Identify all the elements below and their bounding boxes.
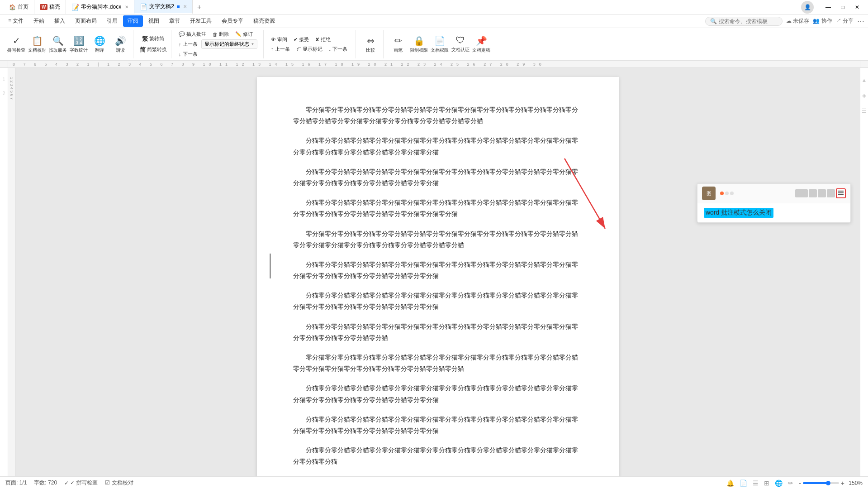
document-canvas[interactable]: 零分猫零分零分猫零分猫零分零分猫零分猫零分零分猫零分猫零分零分猫零分猫零分猫零分… — [15, 68, 860, 476]
ribbon-jianti[interactable]: 简 简繁转换 — [137, 45, 170, 55]
svg-rect-3 — [838, 192, 844, 193]
document-page: 零分猫零分零分猫零分猫零分零分猫零分猫零分零分猫零分猫零分零分猫零分猫零分猫零分… — [257, 77, 619, 476]
wps-icon: W — [40, 4, 47, 10]
ribbon-delete[interactable]: 🗑 删除 — [210, 30, 232, 38]
spell-check-icon: ✓ — [64, 480, 69, 486]
right-sidebar-icon-1: ▲ — [862, 77, 867, 83]
toolbar-btn-2[interactable] — [809, 189, 817, 197]
ribbon-doc-perm[interactable]: 📄 文档权限 — [430, 32, 450, 57]
spellcheck-label: 拼写检查 — [7, 47, 25, 53]
ribbon-next-comment[interactable]: ↓ 下一条 — [176, 50, 200, 58]
page-info: 页面: 1/1 — [5, 479, 27, 487]
prev-track-icon: ↑ — [271, 46, 274, 52]
user-avatar[interactable]: 👤 — [801, 1, 814, 14]
share-button[interactable]: ↗ 分享 — [836, 17, 854, 25]
zoom-plus-button[interactable]: + — [841, 479, 844, 487]
menu-insert[interactable]: 插入 — [50, 15, 70, 27]
modify-icon: ✏️ — [235, 31, 242, 37]
ribbon-reject[interactable]: ✘ 拒绝 — [313, 35, 333, 44]
tab-doc2[interactable]: 📄 文字文稿2 ✕ — [134, 0, 193, 14]
dropdown-arrow-icon: ▼ — [251, 42, 255, 46]
minimize-button[interactable]: — — [821, 0, 835, 14]
right-sidebar: ▲ ◈ ☰ — [860, 68, 868, 476]
menu-chapter[interactable]: 章节 — [165, 15, 185, 27]
menu-resource[interactable]: 稿壳资源 — [249, 15, 280, 27]
ribbon-next-track[interactable]: ↓ 下一条 — [326, 45, 351, 53]
tab-add-button[interactable]: + — [193, 3, 206, 11]
pen-icon: ✏ — [394, 35, 402, 46]
tab-docx-close[interactable]: ✕ — [125, 5, 128, 10]
svg-rect-2 — [838, 191, 844, 192]
ribbon-modify[interactable]: ✏️ 修订 — [232, 30, 256, 38]
zoom-minus-button[interactable]: - — [799, 479, 801, 487]
search-box[interactable]: 🔍 — [705, 17, 783, 26]
menu-layout[interactable]: 页面布局 — [71, 15, 101, 27]
menu-start[interactable]: 开始 — [29, 15, 49, 27]
spell-check-status[interactable]: ✓ ✓ 拼写检查 — [64, 479, 98, 487]
ribbon-show-state[interactable]: 显示标记的最终状态 ▼ — [201, 39, 258, 49]
tab-home-label: 首页 — [18, 3, 28, 11]
read-icon: 🔊 — [115, 35, 126, 46]
ribbon-insert-comment[interactable]: 💬 插入批注 — [176, 30, 209, 38]
pen-label: 画笔 — [394, 47, 403, 53]
jianti-icon: 简 — [140, 46, 146, 54]
tab-doc2-indicator — [177, 5, 180, 8]
ribbon-wordcount[interactable]: 🔢 字数统计 — [69, 32, 89, 57]
search-input[interactable] — [719, 18, 778, 24]
toolbar-btn-1[interactable] — [795, 189, 808, 197]
read-label: 朗读 — [116, 47, 125, 53]
ribbon-restrict[interactable]: 🔒 限制权限 — [409, 32, 429, 57]
menu-review[interactable]: 审阅 — [123, 15, 143, 27]
tab-wps[interactable]: W 稿壳 — [34, 0, 66, 14]
ribbon-compare[interactable]: ⇔ 比较 — [360, 32, 380, 57]
close-button[interactable]: ✕ — [850, 0, 864, 14]
doc-review-status[interactable]: ☑ 文档校对 — [105, 479, 133, 487]
menu-reference[interactable]: 引用 — [102, 15, 122, 27]
left-sidebar: 1 2 — [0, 68, 8, 476]
ribbon-spellcheck[interactable]: ✓ 拼写检查 — [6, 32, 26, 57]
ribbon-doc-cert[interactable]: 🛡 文档认证 — [451, 32, 470, 57]
ruler-container: 8 7 6 5 4 3 2 1 | 1 2 3 4 5 6 7 8 9 10 1… — [0, 61, 868, 68]
menu-file[interactable]: ≡ 文件 — [4, 15, 28, 27]
ribbon-read[interactable]: 🔊 朗读 — [110, 32, 130, 57]
paragraph-4: 分猫零分零分猫零分猫零分零分猫零分猫零分零分猫零分猫零分零分猫零分猫零分零分猫零… — [293, 197, 583, 220]
ribbon-prev-comment[interactable]: ↑ 上一条 — [176, 40, 200, 48]
status-bar-right: 🔔 📄 ☰ ⊞ 🌐 ✏ - + 150% — [726, 479, 863, 487]
ribbon-accept[interactable]: ✔ 接受 — [291, 35, 312, 44]
menu-dev[interactable]: 开发工具 — [185, 15, 216, 27]
ribbon-review-eye[interactable]: 👁 审阅 — [268, 35, 290, 44]
ribbon-prev-track[interactable]: ↑ 上一条 — [268, 45, 293, 53]
doc-final-icon: 📌 — [476, 35, 487, 46]
doc-perm-icon: 📄 — [434, 35, 446, 46]
ribbon: ✓ 拼写检查 📋 文档校对 🔍 找改服务 🔢 字数统计 🌐 翻译 🔊 朗读 — [0, 28, 868, 61]
show-marks-icon: 🏷 — [296, 46, 301, 52]
menu-view[interactable]: 视图 — [144, 15, 164, 27]
comment-list-button[interactable] — [836, 188, 846, 198]
tab-bar: 🏠 首页 W 稿壳 📝 零分猫脚本.docx ✕ 📄 文字文稿2 ✕ + — [4, 0, 801, 14]
fanti-icon: 繁 — [142, 35, 148, 43]
save-button[interactable]: ☁ 未保存 — [786, 17, 809, 25]
tab-home[interactable]: 🏠 首页 — [4, 0, 34, 14]
collab-button[interactable]: 👥 协作 — [813, 17, 832, 25]
word-count: 字数: 720 — [34, 479, 57, 487]
comment-search-text: word 批注模式怎么关闭 — [704, 208, 773, 218]
paragraph-8: 分猫零分零分猫零分猫零分零分猫零分猫零分零分猫零分猫零分零分猫零分猫零分零分猫零… — [293, 321, 583, 344]
ribbon-translate[interactable]: 🌐 翻译 — [90, 32, 109, 57]
ribbon-docreview[interactable]: 📋 文档校对 — [27, 32, 47, 57]
ribbon-show-marks[interactable]: 🏷 显示标记 — [294, 45, 325, 53]
more-button[interactable]: ⋯ — [857, 17, 864, 25]
ribbon-pen[interactable]: ✏ 画笔 — [388, 32, 408, 57]
zoom-slider[interactable] — [803, 482, 839, 484]
ribbon-fanti[interactable]: 繁 繁转简 — [139, 34, 167, 44]
right-sidebar-icon-2: ◈ — [862, 92, 866, 99]
ribbon-findfix[interactable]: 🔍 找改服务 — [48, 32, 68, 57]
ribbon-doc-final[interactable]: 📌 文档定稿 — [471, 32, 491, 57]
toolbar-btn-4[interactable] — [827, 189, 835, 197]
toolbar-btn-3[interactable] — [818, 189, 826, 197]
left-sidebar-2: 2 — [3, 91, 5, 96]
tab-docx[interactable]: 📝 零分猫脚本.docx ✕ — [66, 0, 134, 14]
menu-vip[interactable]: 会员专享 — [217, 15, 248, 27]
maximize-button[interactable]: □ — [835, 0, 850, 14]
ruler-right-corner — [860, 61, 868, 68]
tab-doc2-close[interactable]: ✕ — [183, 4, 187, 9]
